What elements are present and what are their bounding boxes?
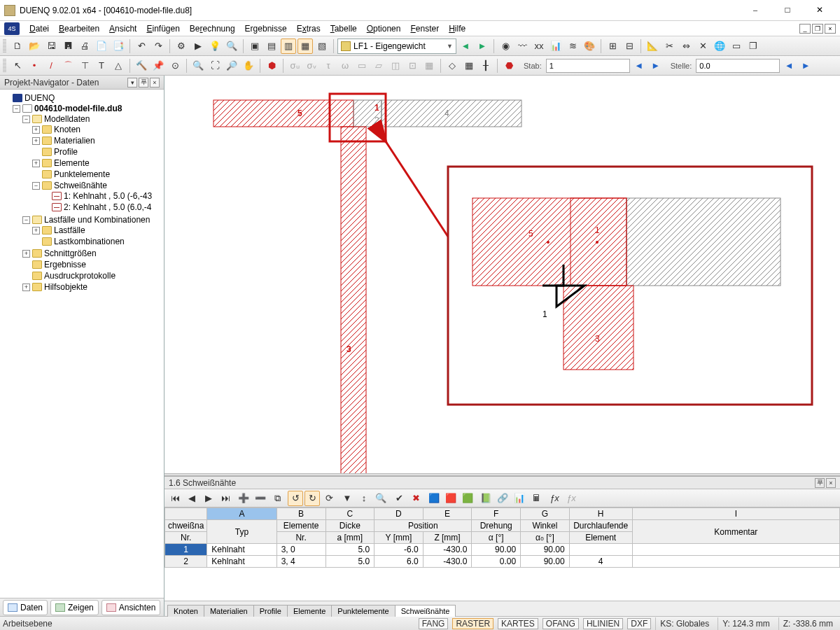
tab-knoten[interactable]: Knoten xyxy=(167,605,204,617)
tab-profile[interactable]: Profile xyxy=(253,605,288,617)
save-icon[interactable]: 🖫 xyxy=(43,38,59,54)
stelle-next-icon[interactable]: ► xyxy=(798,58,813,74)
magnify-icon[interactable]: 🔍 xyxy=(224,38,239,54)
tt-fx-icon[interactable]: ƒx xyxy=(547,491,562,506)
tree-punktelemente[interactable]: Punktelemente xyxy=(54,169,110,179)
render1-icon[interactable]: ⊞ xyxy=(605,38,620,54)
tree-toggle[interactable]: − xyxy=(22,216,30,224)
tree-toggle[interactable]: + xyxy=(32,160,40,167)
status-toggle-hlinien[interactable]: HLINIEN xyxy=(583,618,623,629)
tree-hilfsobjekte[interactable]: Hilfsobjekte xyxy=(44,282,88,292)
tree-schweissnaehte[interactable]: Schweißnähte xyxy=(54,181,107,190)
pan-icon[interactable]: ✋ xyxy=(241,58,256,74)
stab-prev-icon[interactable]: ◄ xyxy=(631,58,647,74)
status-toggle-kartes[interactable]: KARTES xyxy=(498,618,538,629)
view2-icon[interactable]: ▤ xyxy=(264,38,279,54)
status-toggle-fang[interactable]: FANG xyxy=(419,618,449,629)
lf-next-icon[interactable]: ► xyxy=(475,38,490,54)
tau-icon[interactable]: τ xyxy=(321,58,336,74)
res1-icon[interactable]: ▭ xyxy=(354,58,370,74)
tt-color3-icon[interactable]: 🟩 xyxy=(460,491,475,506)
stelle-input[interactable] xyxy=(696,59,780,73)
cascade-icon[interactable]: ❐ xyxy=(746,38,761,54)
nav-tab-daten[interactable]: Daten xyxy=(3,600,48,615)
res3-icon[interactable]: ◫ xyxy=(388,58,403,74)
status-toggle-raster[interactable]: RASTER xyxy=(452,618,493,629)
nav-tab-zeigen[interactable]: Zeigen xyxy=(50,600,99,615)
text-icon[interactable]: T xyxy=(94,58,109,74)
tree-toggle[interactable]: + xyxy=(32,227,40,234)
tree-lastfaelle[interactable]: Lastfälle xyxy=(54,225,85,235)
run-icon[interactable]: ▶ xyxy=(190,38,206,54)
res2-icon[interactable]: ▱ xyxy=(371,58,386,74)
nav-tab-ansichten[interactable]: Ansichten xyxy=(102,600,161,615)
support-icon[interactable]: △ xyxy=(111,58,126,74)
tt-delete-icon[interactable]: ➖ xyxy=(253,491,268,506)
table-grid[interactable]: A B C D E F G H I chweißna Typ Elemente xyxy=(164,507,840,568)
tree-root[interactable]: DUENQ xyxy=(24,93,55,103)
deform-icon[interactable]: 〰 xyxy=(514,38,530,54)
grid-icon[interactable]: ▦ xyxy=(461,58,477,74)
tree-modelldaten[interactable]: Modelldaten xyxy=(44,114,90,124)
loadcase-combo[interactable]: LF1 - Eigengewicht ▼ xyxy=(337,38,456,54)
tree-schnittgroessen[interactable]: Schnittgrößen xyxy=(44,248,97,258)
section-icon[interactable]: ✂ xyxy=(662,38,677,54)
tab-materialien[interactable]: Materialien xyxy=(204,605,254,617)
res4-icon[interactable]: ⊡ xyxy=(405,58,420,74)
tree-toggle[interactable]: + xyxy=(22,284,30,291)
new-file-icon[interactable]: 🗋 xyxy=(10,38,25,54)
sigma-u-icon[interactable]: σᵤ xyxy=(287,58,302,74)
tree-elemente[interactable]: Elemente xyxy=(54,158,90,168)
tt-prev-icon[interactable]: ◀ xyxy=(184,491,200,506)
tree-lastkombinationen[interactable]: Lastkombinationen xyxy=(54,237,125,246)
isolines-icon[interactable]: ≋ xyxy=(565,38,580,54)
pin-icon[interactable]: 📌 xyxy=(150,58,166,74)
lightbulb-icon[interactable]: 💡 xyxy=(207,38,223,54)
snap-icon[interactable]: ⊙ xyxy=(167,58,183,74)
navigator-pin-icon[interactable]: 푸 xyxy=(139,78,148,88)
stab-input[interactable] xyxy=(546,59,630,73)
print-icon[interactable]: 🖨 xyxy=(77,38,92,54)
sigma-v-icon[interactable]: σᵥ xyxy=(304,58,319,74)
legend-icon[interactable]: 🎨 xyxy=(582,38,597,54)
mirror-icon[interactable]: ⇔ xyxy=(678,38,694,54)
tt-last-icon[interactable]: ⏭ xyxy=(218,491,233,506)
dim-icon[interactable]: ⊤ xyxy=(77,58,92,74)
tt-refresh-icon[interactable]: ⟳ xyxy=(321,491,337,506)
tt-link-icon[interactable]: 🔗 xyxy=(495,491,510,506)
redo-icon[interactable]: ↷ xyxy=(150,38,166,54)
tt-link2-icon[interactable]: ↻ xyxy=(304,491,320,506)
tt-color1-icon[interactable]: 🟦 xyxy=(426,491,442,506)
status-toggle-dxf[interactable]: DXF xyxy=(627,618,651,629)
view3-icon[interactable]: ▥ xyxy=(281,38,296,54)
zoom-window-icon[interactable]: 🔍 xyxy=(190,58,206,74)
menu-einfuegen[interactable]: Einfügen xyxy=(142,22,183,35)
tree-weld-1[interactable]: 1: Kehlnaht , 5.0 (-6,-43 xyxy=(64,191,152,201)
tree-toggle[interactable]: − xyxy=(13,105,20,113)
minimize-button[interactable]: – xyxy=(739,0,771,21)
view5-icon[interactable]: ▧ xyxy=(314,38,330,54)
tt-filter-icon[interactable]: ▼ xyxy=(340,491,355,506)
tt-next-icon[interactable]: ▶ xyxy=(201,491,216,506)
tree-toggle[interactable]: + xyxy=(32,137,40,145)
tree-toggle[interactable]: + xyxy=(32,126,40,134)
tt-excel-icon[interactable]: 📗 xyxy=(478,491,493,506)
tt-find-icon[interactable]: 🔍 xyxy=(373,491,388,506)
menu-fenster[interactable]: Fenster xyxy=(406,22,443,35)
view1-icon[interactable]: ▣ xyxy=(247,38,262,54)
window-icon[interactable]: ▭ xyxy=(729,38,744,54)
tt-fx2-icon[interactable]: ƒx xyxy=(564,491,579,506)
menu-ergebnisse[interactable]: Ergebnisse xyxy=(241,22,291,35)
labels-icon[interactable]: xx xyxy=(531,38,547,54)
tab-elemente[interactable]: Elemente xyxy=(287,605,332,617)
mdi-minimize-icon[interactable]: _ xyxy=(799,24,811,34)
tab-schweissnaehte[interactable]: Schweißnähte xyxy=(395,605,456,617)
maximize-button[interactable]: □ xyxy=(771,0,804,21)
tree-profile[interactable]: Profile xyxy=(54,147,78,157)
status-toggle-ofang[interactable]: OFANG xyxy=(542,618,579,629)
print-preview-icon[interactable]: 📄 xyxy=(94,38,109,54)
tree-materialien[interactable]: Materialien xyxy=(54,136,95,146)
menu-bearbeiten[interactable]: Bearbeiten xyxy=(55,22,104,35)
zoom-extents-icon[interactable]: ⛶ xyxy=(207,58,223,74)
add-line-icon[interactable]: / xyxy=(43,58,59,74)
